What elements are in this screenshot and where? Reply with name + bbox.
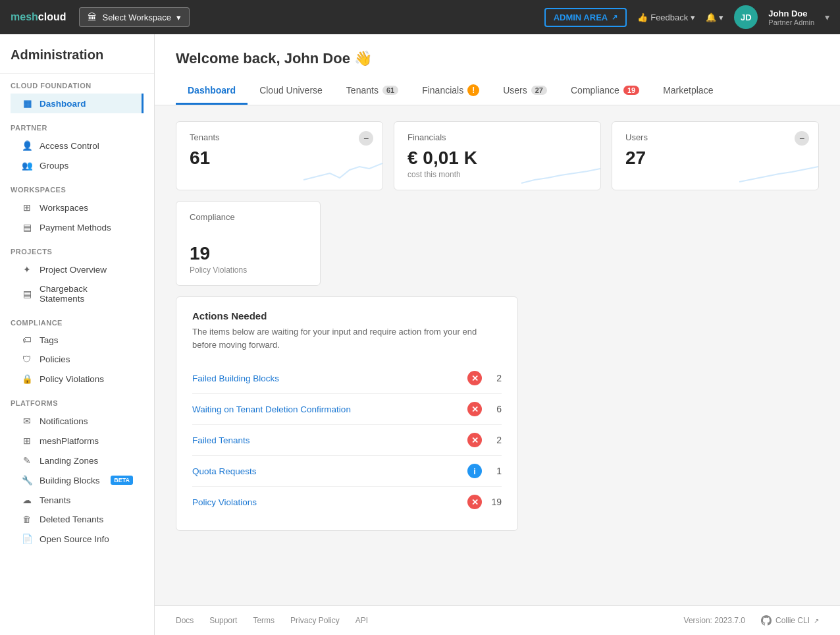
sidebar-item-payment-methods[interactable]: ▤ Payment Methods [11,217,144,237]
sidebar-item-project-overview[interactable]: ✦ Project Overview [11,260,144,279]
tab-dashboard[interactable]: Dashboard [176,78,248,105]
welcome-title: Welcome back, John Doe 👋 [176,50,819,67]
topnav-right: ADMIN AREA ↗ 👍 Feedback ▾ 🔔 ▾ JD John Do… [544,5,829,29]
sidebar-item-tenants[interactable]: ☁ Tenants [11,490,144,510]
sidebar-item-label: Policy Violations [39,374,104,384]
sidebar-item-dashboard[interactable]: ▦ Dashboard [11,94,144,113]
sidebar-section-platforms: Platforms ✉ Notifications ⊞ meshPlatform… [0,391,154,551]
footer-link-docs[interactable]: Docs [176,616,194,625]
beta-badge: BETA [111,476,133,485]
feedback-button[interactable]: 👍 Feedback ▾ [637,13,695,22]
sidebar-section-cloud-foundation: Cloud Foundation ▦ Dashboard [0,74,154,116]
sidebar-item-building-blocks[interactable]: 🔧 Building Blocks BETA [11,470,144,490]
sidebar-section-compliance: Compliance 🏷 Tags 🛡 Policies 🔒 Policy Vi… [0,311,154,391]
tab-users[interactable]: Users 27 [491,78,559,105]
feedback-label: Feedback [650,13,688,22]
action-link-failed-building-blocks[interactable]: Failed Building Blocks [192,373,467,383]
tab-compliance[interactable]: Compliance 19 [559,78,651,105]
tab-label: Compliance [571,85,619,96]
sidebar-item-workspaces[interactable]: ⊞ Workspaces [11,198,144,217]
action-link-failed-tenants[interactable]: Failed Tenants [192,435,467,445]
tab-marketplace[interactable]: Marketplace [651,78,725,105]
cloud-icon: ☁ [21,495,33,505]
chevron-down-icon: ▾ [719,13,723,22]
sidebar-item-chargeback-statements[interactable]: ▤ Chargeback Statements [11,279,144,308]
bell-icon: 🔔 [706,13,716,22]
error-icon: ✕ [467,433,482,447]
dashboard-content: Tenants − 61 Financials € 0,01 K cost th… [155,105,840,605]
tab-badge-users: 27 [531,86,547,95]
user-name: John Doe [768,9,814,18]
sidebar-item-mesh-platforms[interactable]: ⊞ meshPlatforms [11,431,144,451]
actions-needed-card: Actions Needed The items below are waiti… [176,296,518,531]
chevron-down-icon: ▾ [176,13,181,22]
lock-icon: 🔒 [21,373,33,384]
admin-area-label: ADMIN AREA [554,13,608,22]
workspace-selector[interactable]: 🏛 Select Workspace ▾ [79,7,190,27]
sidebar-item-access-control[interactable]: 👤 Access Control [11,136,144,155]
sidebar-item-label: Project Overview [39,265,107,275]
action-count-failed-tenants: 2 [488,435,502,445]
tab-bar: Dashboard Cloud Universe Tenants 61 Fina… [176,78,819,105]
action-link-quota-requests[interactable]: Quota Requests [192,466,467,476]
action-link-waiting-tenant-deletion[interactable]: Waiting on Tenant Deletion Confirmation [192,404,467,414]
sidebar-item-policy-violations[interactable]: 🔒 Policy Violations [11,369,144,389]
action-link-policy-violations[interactable]: Policy Violations [192,497,467,507]
tab-label: Cloud Universe [259,85,323,96]
sidebar-item-tags[interactable]: 🏷 Tags [11,331,144,350]
compliance-card: Compliance 19 Policy Violations [176,201,321,286]
users-card-collapse-button[interactable]: − [795,131,809,146]
sidebar-item-landing-zones[interactable]: ✎ Landing Zones [11,451,144,470]
topnav: meshcloud 🏛 Select Workspace ▾ ADMIN ARE… [0,0,840,34]
tenants-mini-chart [303,150,382,190]
sidebar-item-notifications[interactable]: ✉ Notifications [11,411,144,431]
action-item-failed-tenants: Failed Tenants ✕ 2 [192,425,502,456]
wrench-icon: 🔧 [21,475,33,485]
person-icon: 👤 [21,140,33,151]
collie-cli[interactable]: Collie CLI ↗ [761,615,819,626]
compliance-row: Compliance 19 Policy Violations [176,201,819,286]
footer-link-api[interactable]: API [355,616,368,625]
sidebar-item-policies[interactable]: 🛡 Policies [11,350,144,369]
tab-tenants[interactable]: Tenants 61 [334,78,410,105]
tenants-card-label: Tenants [190,132,369,142]
users-card-label: Users [625,132,805,142]
sidebar-section-projects: Projects ✦ Project Overview ▤ Chargeback… [0,240,154,311]
sidebar-item-label: Access Control [39,141,99,151]
document-icon: 📄 [21,534,33,544]
footer-link-terms[interactable]: Terms [253,616,275,625]
sidebar-item-label: Dashboard [39,99,86,109]
sidebar-title: Administration [0,34,154,74]
sidebar-item-groups[interactable]: 👥 Groups [11,155,144,175]
collie-cli-link[interactable]: Collie CLI [775,616,810,625]
footer-link-support[interactable]: Support [209,616,237,625]
financials-card: Financials € 0,01 K cost this month [394,121,601,190]
section-label-cloud-foundation: Cloud Foundation [11,82,144,90]
tenants-card: Tenants − 61 [176,121,383,190]
tab-label: Dashboard [188,85,236,96]
sidebar-item-label: Tags [39,335,59,345]
error-icon: ✕ [467,402,482,416]
notifications-button[interactable]: 🔔 ▾ [706,13,723,22]
sidebar-item-label: meshPlatforms [39,436,99,446]
tab-cloud-universe[interactable]: Cloud Universe [248,78,334,105]
sidebar-item-deleted-tenants[interactable]: 🗑 Deleted Tenants [11,510,144,529]
tab-badge-compliance: 19 [623,86,639,95]
user-info[interactable]: John Doe Partner Admin [768,9,814,26]
footer-link-privacy-policy[interactable]: Privacy Policy [290,616,340,625]
footer: Docs Support Terms Privacy Policy API Ve… [155,605,840,635]
action-count-failed-building-blocks: 2 [488,373,502,383]
sidebar: Administration Cloud Foundation ▦ Dashbo… [0,34,155,635]
tab-label: Users [503,85,527,96]
action-count-waiting-tenant-deletion: 6 [488,404,502,414]
admin-area-button[interactable]: ADMIN AREA ↗ [544,8,627,27]
compliance-card-label: Compliance [190,212,307,222]
tab-label: Financials [422,85,463,96]
info-icon: i [467,464,482,478]
sidebar-item-open-source-info[interactable]: 📄 Open Source Info [11,529,144,549]
tab-financials[interactable]: Financials ! [410,78,491,105]
people-icon: 👥 [21,160,33,171]
sidebar-section-workspaces: Workspaces ⊞ Workspaces ▤ Payment Method… [0,178,154,240]
user-role: Partner Admin [768,18,814,26]
tenants-card-collapse-button[interactable]: − [359,131,373,146]
